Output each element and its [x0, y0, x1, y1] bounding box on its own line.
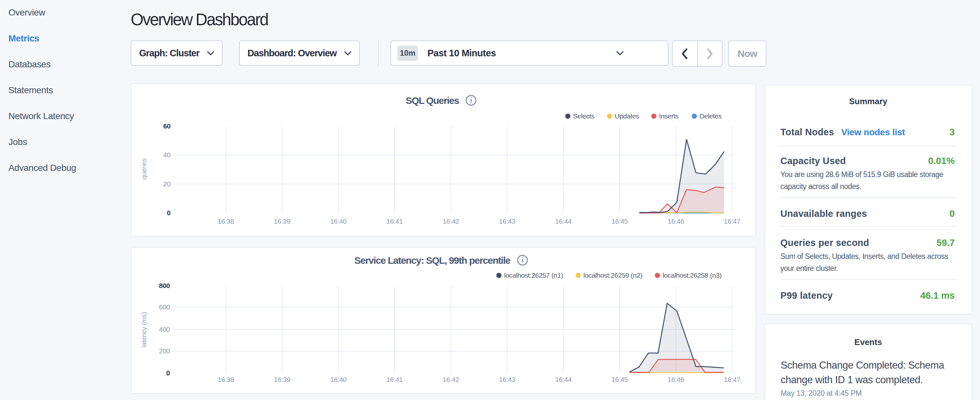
svg-text:Inserts: Inserts — [659, 112, 678, 120]
svg-text:16:40: 16:40 — [330, 217, 347, 225]
svg-text:600: 600 — [159, 303, 170, 311]
svg-text:800: 800 — [159, 282, 170, 289]
svg-text:queries: queries — [140, 158, 148, 180]
svg-text:20: 20 — [163, 180, 170, 188]
svg-text:16:41: 16:41 — [386, 376, 403, 383]
svg-text:16:44: 16:44 — [555, 376, 572, 383]
svg-text:Updates: Updates — [615, 112, 639, 120]
svg-text:16:38: 16:38 — [218, 217, 234, 225]
svg-text:SQL Queries: SQL Queries — [406, 95, 460, 106]
svg-text:0: 0 — [167, 209, 170, 217]
svg-text:Service Latency: SQL, 99th per: Service Latency: SQL, 99th percentile — [354, 255, 510, 266]
svg-text:16:43: 16:43 — [499, 376, 515, 383]
svg-text:16:47: 16:47 — [724, 376, 741, 383]
svg-text:16:40: 16:40 — [330, 376, 347, 383]
svg-text:16:42: 16:42 — [442, 217, 459, 225]
svg-text:400: 400 — [159, 325, 170, 333]
svg-text:16:47: 16:47 — [724, 217, 741, 225]
svg-text:localhost:26257 (n1): localhost:26257 (n1) — [504, 271, 563, 279]
svg-text:16:46: 16:46 — [668, 217, 684, 225]
svg-text:16:44: 16:44 — [555, 217, 572, 225]
svg-text:200: 200 — [159, 347, 170, 355]
svg-text:16:39: 16:39 — [274, 217, 291, 225]
svg-text:16:45: 16:45 — [611, 217, 628, 225]
svg-text:16:39: 16:39 — [274, 376, 291, 383]
svg-text:latency (ms): latency (ms) — [140, 312, 148, 347]
svg-text:Selects: Selects — [573, 112, 594, 120]
svg-text:Deletes: Deletes — [700, 112, 721, 120]
svg-text:40: 40 — [163, 151, 170, 159]
svg-text:16:42: 16:42 — [442, 376, 459, 383]
svg-text:16:43: 16:43 — [499, 217, 515, 225]
svg-text:16:41: 16:41 — [386, 217, 403, 225]
svg-text:localhost:26259 (n2): localhost:26259 (n2) — [583, 271, 642, 279]
svg-text:60: 60 — [163, 122, 170, 130]
svg-text:16:38: 16:38 — [218, 376, 234, 383]
svg-text:localhost:26258 (n3): localhost:26258 (n3) — [663, 271, 721, 279]
svg-text:16:45: 16:45 — [611, 376, 628, 383]
svg-text:0: 0 — [166, 369, 170, 377]
svg-text:16:46: 16:46 — [668, 376, 684, 383]
